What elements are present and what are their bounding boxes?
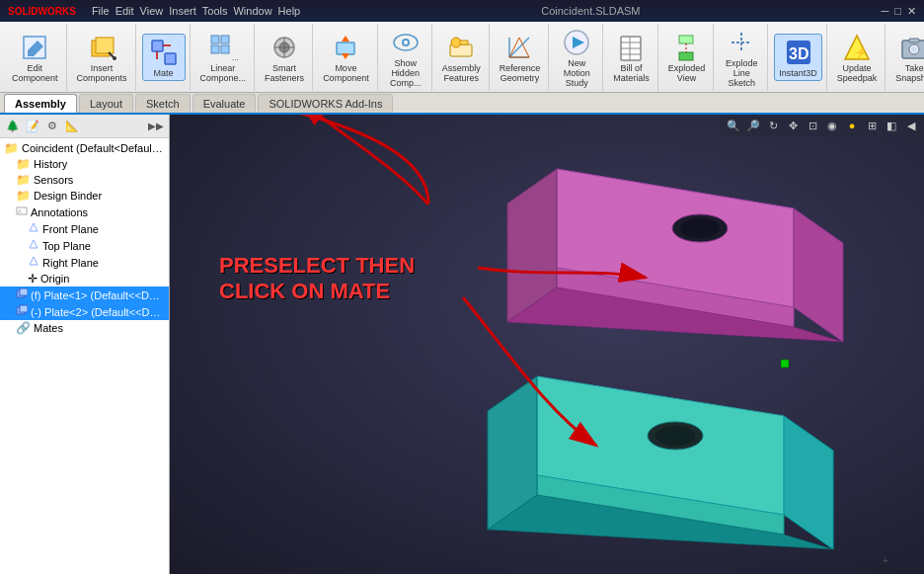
- menu-help[interactable]: Help: [278, 5, 301, 17]
- show-hidden-label: ShowHiddenComp...: [390, 58, 422, 88]
- explode-line-sketch-button[interactable]: ExplodeLineSketch: [720, 25, 763, 90]
- smart-fasteners-label: SmartFasteners: [265, 63, 304, 83]
- svg-marker-52: [30, 223, 38, 231]
- viewport[interactable]: 🔍 🔎 ↻ ✥ ⊡ ◉ ● ⊞ ◧ ◀: [170, 115, 924, 574]
- svg-text:A: A: [18, 208, 22, 214]
- tree-item-plate1[interactable]: (f) Plate<1> (Default<<Defa...: [0, 287, 169, 303]
- panel-tool-dimxpertmanager[interactable]: 📐: [63, 118, 81, 135]
- sensors-icon: 📁: [16, 173, 31, 187]
- smart-fasteners-button[interactable]: SmartFasteners: [261, 30, 308, 85]
- tree-item-top-plane[interactable]: Top Plane: [0, 237, 169, 254]
- ribbon-group-mate: Mate: [138, 24, 191, 91]
- menu-window[interactable]: Window: [233, 5, 271, 17]
- instant3d-label: Instant3D: [779, 68, 817, 78]
- take-snapshot-button[interactable]: TakeSnapshot: [891, 30, 924, 85]
- feature-tree-panel: 🌲 📝 ⚙ 📐 ▶▶ 📁 Coincident (Default<Default…: [0, 115, 170, 574]
- tree-item-annotations[interactable]: A Annotations: [0, 204, 169, 220]
- exploded-view-button[interactable]: ExplodedView: [664, 30, 710, 85]
- reference-geometry-button[interactable]: ReferenceGeometry: [496, 30, 545, 85]
- tree-item-design-binder[interactable]: 📁 Design Binder: [0, 188, 169, 204]
- close-button[interactable]: ✕: [907, 5, 916, 18]
- menu-edit[interactable]: Edit: [116, 5, 134, 17]
- tree-item-origin[interactable]: ✛ Origin: [0, 271, 169, 287]
- insert-components-button[interactable]: InsertComponents: [73, 30, 131, 85]
- svg-marker-19: [342, 36, 349, 41]
- panel-tool-configurationmanager[interactable]: ⚙: [43, 118, 61, 135]
- linear-component-label: LinearCompone...: [200, 63, 247, 83]
- tree-item-front-plane[interactable]: Front Plane: [0, 220, 169, 237]
- tab-sketch[interactable]: Sketch: [135, 94, 191, 113]
- assembly-3d-view: +: [170, 115, 924, 574]
- menu-tools[interactable]: Tools: [202, 5, 228, 17]
- top-plane-icon: [28, 238, 39, 253]
- cursor-indicator: [781, 360, 789, 368]
- reference-geometry-icon: [503, 32, 535, 63]
- plate2-label: (-) Plate<2> (Default<<Def...: [31, 306, 165, 318]
- minimize-button[interactable]: ─: [882, 5, 889, 18]
- ribbon-group-insert: InsertComponents: [69, 24, 136, 91]
- explode-line-sketch-label: ExplodeLineSketch: [726, 58, 758, 88]
- insert-components-icon: [86, 32, 117, 63]
- tab-assembly[interactable]: Assembly: [4, 94, 77, 113]
- tree-item-mates[interactable]: 🔗 Mates: [0, 320, 169, 336]
- tree-item-sensors[interactable]: 📁 Sensors: [0, 172, 169, 188]
- panel-tool-featuretree[interactable]: 🌲: [4, 118, 22, 135]
- update-speedpak-label: UpdateSpeedpak: [837, 63, 878, 83]
- svg-point-72: [655, 426, 695, 446]
- bill-of-materials-button[interactable]: Bill ofMaterials: [609, 30, 654, 85]
- smart-fasteners-icon: [269, 32, 300, 63]
- bill-of-materials-icon: [615, 32, 647, 63]
- menu-view[interactable]: View: [140, 5, 164, 17]
- tab-evaluate[interactable]: Evaluate: [192, 94, 257, 113]
- maximize-button[interactable]: □: [894, 5, 901, 18]
- linear-component-button[interactable]: ... LinearCompone...: [196, 30, 251, 85]
- svg-point-48: [911, 46, 917, 52]
- tree-item-right-plane[interactable]: Right Plane: [0, 254, 169, 271]
- new-motion-study-button[interactable]: NewMotionStudy: [555, 25, 598, 90]
- take-snapshot-icon: [898, 32, 924, 63]
- move-component-icon: [330, 32, 361, 63]
- ribbon-group-linear: ... LinearCompone...: [192, 24, 256, 91]
- tree-root[interactable]: 📁 Coincident (Default<Default_D...: [0, 140, 169, 156]
- ribbon-group-edit: EditComponent: [4, 24, 67, 91]
- origin-icon: ✛: [28, 272, 38, 286]
- instant3d-icon: 3D: [783, 37, 814, 68]
- instant3d-button[interactable]: 3D Instant3D: [774, 34, 822, 81]
- svg-rect-56: [20, 288, 28, 295]
- assembly-features-button[interactable]: AssemblyFeatures: [438, 30, 485, 85]
- front-plane-icon: [28, 221, 39, 236]
- move-component-label: MoveComponent: [323, 63, 369, 83]
- sensors-label: Sensors: [34, 174, 73, 186]
- panel-tool-propertymanager[interactable]: 📝: [24, 118, 41, 135]
- tab-strip: Assembly Layout Sketch Evaluate SOLIDWOR…: [0, 93, 924, 115]
- svg-rect-5: [152, 41, 163, 51]
- update-speedpak-button[interactable]: ⚡ UpdateSpeedpak: [833, 30, 882, 85]
- tree-root-icon: 📁: [4, 141, 19, 155]
- ribbon-group-motion: NewMotionStudy: [551, 24, 603, 91]
- svg-rect-11: [211, 45, 219, 53]
- plate1-3d[interactable]: [507, 169, 843, 342]
- instruction-line2: CLICK ON MATE: [219, 279, 415, 304]
- mates-label: Mates: [34, 322, 63, 334]
- plate2-3d[interactable]: [488, 376, 833, 549]
- edit-component-button[interactable]: EditComponent: [8, 30, 62, 85]
- panel-expand-button[interactable]: ▶▶: [147, 118, 165, 135]
- move-component-button[interactable]: MoveComponent: [319, 30, 373, 85]
- tree-item-history[interactable]: 📁 History: [0, 156, 169, 172]
- menu-file[interactable]: File: [92, 5, 110, 17]
- new-motion-study-icon: [561, 27, 592, 58]
- svg-rect-18: [337, 42, 354, 54]
- right-plane-icon: [28, 255, 39, 270]
- top-plane-label: Top Plane: [42, 240, 91, 252]
- menu-insert[interactable]: Insert: [169, 5, 196, 17]
- show-hidden-icon: [390, 27, 422, 58]
- tree-item-plate2[interactable]: (-) Plate<2> (Default<<Def...: [0, 303, 169, 320]
- show-hidden-button[interactable]: ShowHiddenComp...: [384, 25, 427, 90]
- tab-layout[interactable]: Layout: [79, 94, 133, 113]
- edit-component-icon: [19, 32, 50, 63]
- tab-solidworks-addins[interactable]: SOLIDWORKS Add-Ins: [258, 94, 393, 113]
- mate-button[interactable]: Mate: [142, 34, 186, 81]
- origin-label: Origin: [40, 273, 69, 285]
- ribbon-group-snapshot: TakeSnapshot: [887, 24, 924, 91]
- svg-line-26: [509, 38, 529, 57]
